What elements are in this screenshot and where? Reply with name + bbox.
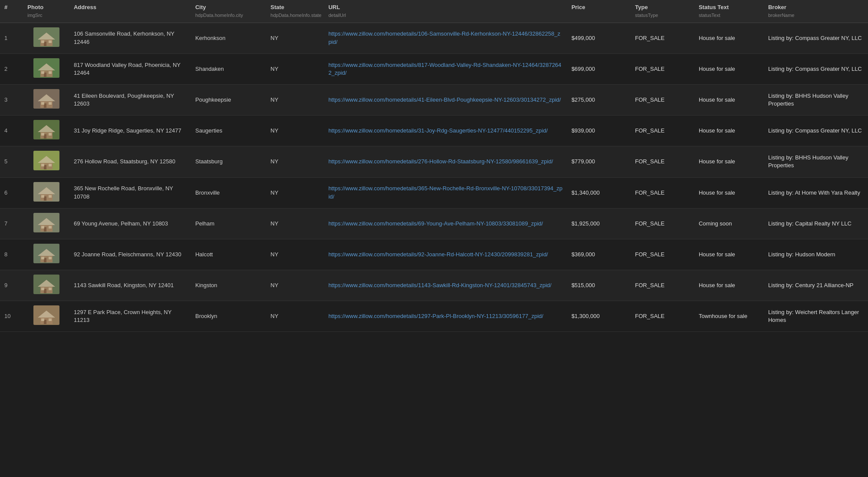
cell-address: 276 Hollow Road, Staatsburg, NY 12580 xyxy=(69,146,191,177)
svg-rect-34 xyxy=(41,195,44,198)
cell-url[interactable]: https://www.zillow.com/homedetails/92-Jo… xyxy=(324,239,567,270)
svg-rect-53 xyxy=(49,288,52,290)
col-header-url: URL detailUrl xyxy=(324,0,567,23)
zillow-url-link[interactable]: https://www.zillow.com/homedetails/365-N… xyxy=(329,185,562,199)
cell-type: FOR_SALE xyxy=(631,239,694,270)
zillow-url-link[interactable]: https://www.zillow.com/homedetails/92-Jo… xyxy=(329,251,548,258)
table-row: 8 92 Joanne Road, Fleischmanns, NY 12430… xyxy=(0,239,868,270)
cell-city: Poughkeepsie xyxy=(191,84,266,115)
col-header-city: City hdpData.homeInfo.city xyxy=(191,0,266,23)
cell-price: $939,000 xyxy=(567,116,631,146)
cell-broker: Listing by: Capital Realty NY LLC xyxy=(764,208,868,239)
cell-url[interactable]: https://www.zillow.com/homedetails/817-W… xyxy=(324,53,567,84)
svg-rect-22 xyxy=(41,133,44,136)
cell-url[interactable]: https://www.zillow.com/homedetails/106-S… xyxy=(324,23,567,53)
cell-photo xyxy=(23,146,69,177)
cell-state: NY xyxy=(266,116,324,146)
cell-price: $699,000 xyxy=(567,53,631,84)
cell-price: $1,340,000 xyxy=(567,177,631,208)
cell-url[interactable]: https://www.zillow.com/homedetails/276-H… xyxy=(324,146,567,177)
col-header-state: State hdpData.homeInfo.state xyxy=(266,0,324,23)
cell-photo xyxy=(23,270,69,301)
cell-price: $779,000 xyxy=(567,146,631,177)
col-header-status: Status Text statusText xyxy=(694,0,764,23)
cell-url[interactable]: https://www.zillow.com/homedetails/69-Yo… xyxy=(324,208,567,239)
svg-rect-17 xyxy=(49,102,52,105)
zillow-url-link[interactable]: https://www.zillow.com/homedetails/31-Jo… xyxy=(329,127,548,134)
cell-state: NY xyxy=(266,239,324,270)
cell-type: FOR_SALE xyxy=(631,146,694,177)
cell-city: Kingston xyxy=(191,270,266,301)
property-thumbnail xyxy=(33,182,59,202)
col-header-broker: Broker brokerName xyxy=(764,0,868,23)
cell-broker: Listing by: Century 21 Alliance-NP xyxy=(764,270,868,301)
cell-broker: Listing by: BHHS Hudson Valley Propertie… xyxy=(764,84,868,115)
svg-rect-59 xyxy=(49,318,52,321)
cell-type: FOR_SALE xyxy=(631,270,694,301)
property-thumbnail xyxy=(33,213,59,232)
cell-address: 41 Eileen Boulevard, Poughkeepsie, NY 12… xyxy=(69,84,191,115)
cell-status-text: House for sale xyxy=(694,84,764,115)
svg-rect-29 xyxy=(49,164,52,166)
cell-city: Kerhonkson xyxy=(191,23,266,53)
property-thumbnail xyxy=(33,305,59,325)
cell-photo xyxy=(23,116,69,146)
zillow-url-link[interactable]: https://www.zillow.com/homedetails/69-Yo… xyxy=(329,220,543,227)
cell-status-text: House for sale xyxy=(694,177,764,208)
zillow-url-link[interactable]: https://www.zillow.com/homedetails/276-H… xyxy=(329,158,553,165)
cell-photo xyxy=(23,23,69,53)
cell-status-text: Coming soon xyxy=(694,208,764,239)
cell-broker: Listing by: Compass Greater NY, LLC xyxy=(764,53,868,84)
cell-url[interactable]: https://www.zillow.com/homedetails/41-Ei… xyxy=(324,84,567,115)
property-thumbnail xyxy=(33,58,59,78)
zillow-url-link[interactable]: https://www.zillow.com/homedetails/41-Ei… xyxy=(329,96,561,103)
svg-rect-28 xyxy=(41,164,44,166)
cell-broker: Listing by: BHHS Hudson Valley Propertie… xyxy=(764,146,868,177)
cell-type: FOR_SALE xyxy=(631,301,694,332)
table-row: 3 41 Eileen Boulevard, Poughkeepsie, NY … xyxy=(0,84,868,115)
zillow-url-link[interactable]: https://www.zillow.com/homedetails/106-S… xyxy=(329,30,560,45)
cell-num: 8 xyxy=(0,239,23,270)
cell-url[interactable]: https://www.zillow.com/homedetails/31-Jo… xyxy=(324,116,567,146)
property-thumbnail xyxy=(33,89,59,109)
cell-status-text: Townhouse for sale xyxy=(694,301,764,332)
cell-photo xyxy=(23,84,69,115)
zillow-url-link[interactable]: https://www.zillow.com/homedetails/1297-… xyxy=(329,313,543,319)
cell-url[interactable]: https://www.zillow.com/homedetails/1297-… xyxy=(324,301,567,332)
zillow-url-link[interactable]: https://www.zillow.com/homedetails/1143-… xyxy=(329,282,552,288)
cell-price: $1,300,000 xyxy=(567,301,631,332)
table-row: 5 276 Hollow Road, Staatsburg, NY 12580 … xyxy=(0,146,868,177)
cell-city: Shandaken xyxy=(191,53,266,84)
cell-price: $369,000 xyxy=(567,239,631,270)
zillow-url-link[interactable]: https://www.zillow.com/homedetails/817-W… xyxy=(329,62,562,76)
cell-price: $515,000 xyxy=(567,270,631,301)
cell-address: 817 Woodland Valley Road, Phoenicia, NY … xyxy=(69,53,191,84)
cell-num: 9 xyxy=(0,270,23,301)
table-row: 1 106 Samsonville Road, Kerhonkson, NY 1… xyxy=(0,23,868,53)
svg-rect-58 xyxy=(41,318,44,321)
svg-rect-16 xyxy=(41,102,44,105)
cell-url[interactable]: https://www.zillow.com/homedetails/365-N… xyxy=(324,177,567,208)
cell-city: Bronxville xyxy=(191,177,266,208)
svg-rect-47 xyxy=(49,257,52,259)
cell-price: $499,000 xyxy=(567,23,631,53)
cell-type: FOR_SALE xyxy=(631,177,694,208)
cell-status-text: House for sale xyxy=(694,23,764,53)
table-row: 4 31 Joy Ridge Ridge, Saugerties, NY 124… xyxy=(0,116,868,146)
cell-photo xyxy=(23,239,69,270)
col-header-type: Type statusType xyxy=(631,0,694,23)
cell-broker: Listing by: Compass Greater NY, LLC xyxy=(764,116,868,146)
cell-status-text: House for sale xyxy=(694,239,764,270)
cell-type: FOR_SALE xyxy=(631,53,694,84)
cell-num: 5 xyxy=(0,146,23,177)
cell-photo xyxy=(23,177,69,208)
cell-num: 6 xyxy=(0,177,23,208)
cell-num: 4 xyxy=(0,116,23,146)
cell-status-text: House for sale xyxy=(694,53,764,84)
table-row: 7 69 Young Avenue, Pelham, NY 10803 Pelh… xyxy=(0,208,868,239)
cell-state: NY xyxy=(266,177,324,208)
property-thumbnail xyxy=(33,120,59,139)
svg-rect-23 xyxy=(49,133,52,136)
cell-broker: Listing by: Hudson Modern xyxy=(764,239,868,270)
cell-url[interactable]: https://www.zillow.com/homedetails/1143-… xyxy=(324,270,567,301)
